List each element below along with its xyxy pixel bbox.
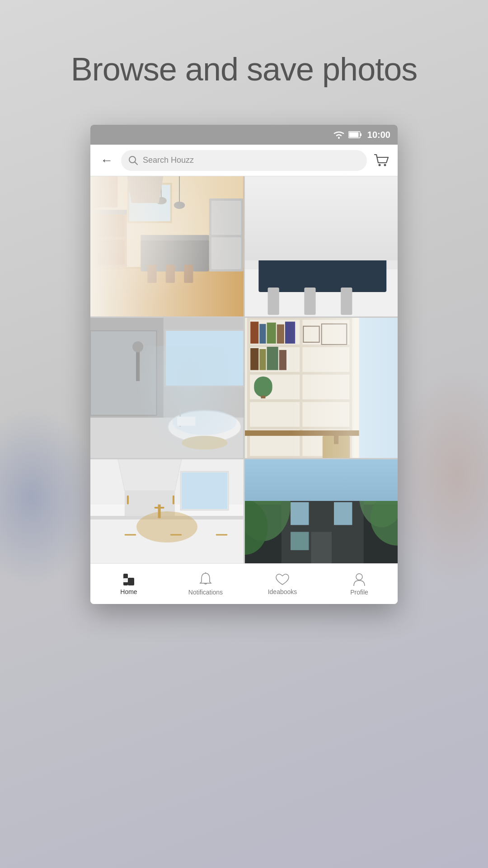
svg-rect-102 bbox=[90, 520, 244, 564]
svg-rect-76 bbox=[349, 318, 352, 458]
photo-bathroom[interactable] bbox=[90, 318, 244, 458]
search-placeholder: Search Houzz bbox=[143, 156, 194, 165]
svg-rect-3 bbox=[349, 132, 358, 137]
svg-rect-15 bbox=[90, 176, 118, 208]
back-button[interactable]: ← bbox=[98, 151, 116, 170]
svg-rect-9 bbox=[90, 267, 244, 269]
svg-rect-77 bbox=[250, 322, 258, 344]
svg-rect-62 bbox=[179, 409, 181, 427]
svg-rect-103 bbox=[125, 534, 136, 536]
svg-rect-33 bbox=[245, 176, 398, 212]
svg-point-7 bbox=[384, 164, 386, 166]
nav-item-notifications[interactable]: Notifications bbox=[167, 569, 244, 599]
status-time: 10:00 bbox=[367, 130, 390, 140]
svg-rect-75 bbox=[300, 318, 302, 458]
cart-icon bbox=[374, 154, 389, 167]
svg-marker-95 bbox=[118, 459, 182, 491]
svg-rect-82 bbox=[250, 348, 258, 370]
svg-rect-20 bbox=[211, 237, 241, 269]
svg-rect-58 bbox=[166, 331, 244, 386]
svg-rect-115 bbox=[311, 532, 331, 564]
svg-rect-78 bbox=[259, 324, 266, 344]
svg-rect-13 bbox=[93, 240, 125, 265]
svg-rect-99 bbox=[154, 507, 164, 509]
svg-rect-80 bbox=[277, 325, 284, 344]
svg-rect-79 bbox=[267, 323, 276, 344]
svg-rect-74 bbox=[247, 318, 250, 458]
home-icon bbox=[122, 573, 136, 586]
svg-rect-72 bbox=[247, 427, 352, 429]
svg-rect-11 bbox=[90, 212, 127, 267]
svg-rect-90 bbox=[245, 430, 359, 436]
svg-point-64 bbox=[182, 436, 227, 449]
svg-point-127 bbox=[356, 574, 362, 580]
svg-rect-18 bbox=[209, 198, 244, 272]
back-arrow-icon: ← bbox=[100, 153, 113, 168]
svg-rect-10 bbox=[90, 176, 244, 267]
svg-rect-96 bbox=[125, 491, 175, 519]
bottom-nav: Home Notifications Ideabooks bbox=[90, 563, 398, 604]
svg-line-5 bbox=[135, 162, 137, 165]
svg-rect-44 bbox=[304, 288, 315, 315]
svg-rect-32 bbox=[245, 176, 398, 249]
svg-rect-71 bbox=[247, 400, 352, 402]
photo-bookshelf[interactable] bbox=[245, 318, 398, 458]
battery-icon bbox=[348, 131, 362, 138]
svg-rect-66 bbox=[359, 318, 398, 458]
svg-rect-2 bbox=[360, 133, 361, 136]
background-blob-right bbox=[389, 362, 488, 588]
svg-rect-83 bbox=[259, 349, 266, 370]
svg-rect-16 bbox=[129, 185, 170, 222]
svg-point-29 bbox=[174, 202, 185, 209]
search-bar[interactable]: Search Houzz bbox=[121, 150, 367, 171]
photo-exterior[interactable] bbox=[245, 459, 398, 563]
search-icon bbox=[128, 156, 138, 165]
phone-frame: 10:00 ← Search Houzz bbox=[90, 125, 398, 604]
svg-point-61 bbox=[173, 410, 236, 435]
nav-label-notifications: Notifications bbox=[188, 589, 223, 596]
nav-item-profile[interactable]: Profile bbox=[321, 569, 398, 599]
svg-rect-98 bbox=[158, 505, 161, 518]
nav-item-ideabooks[interactable]: Ideabooks bbox=[244, 569, 321, 599]
svg-rect-73 bbox=[247, 456, 352, 458]
svg-rect-22 bbox=[141, 235, 209, 241]
wifi-icon bbox=[333, 130, 345, 139]
svg-rect-100 bbox=[127, 495, 129, 505]
page-title: Browse and save photos bbox=[44, 50, 444, 89]
svg-rect-89 bbox=[261, 396, 265, 399]
bell-icon bbox=[199, 572, 212, 587]
photo-kitchen1[interactable] bbox=[90, 176, 244, 316]
svg-marker-30 bbox=[127, 176, 164, 203]
svg-point-0 bbox=[338, 137, 340, 139]
svg-rect-14 bbox=[90, 210, 127, 215]
svg-rect-85 bbox=[279, 350, 286, 370]
svg-rect-50 bbox=[372, 212, 398, 258]
svg-rect-43 bbox=[267, 288, 279, 315]
cart-button[interactable] bbox=[372, 151, 390, 170]
svg-rect-87 bbox=[321, 324, 347, 344]
svg-rect-81 bbox=[285, 322, 295, 344]
photo-kitchen2[interactable] bbox=[245, 176, 398, 316]
svg-point-121 bbox=[323, 489, 326, 491]
photo-white-kitchen[interactable] bbox=[90, 459, 244, 563]
svg-rect-92 bbox=[334, 435, 338, 444]
svg-point-47 bbox=[291, 209, 308, 220]
svg-rect-21 bbox=[141, 240, 209, 272]
svg-rect-23 bbox=[147, 265, 156, 283]
svg-rect-17 bbox=[128, 184, 171, 222]
svg-rect-114 bbox=[291, 532, 309, 550]
nav-item-home[interactable]: Home bbox=[90, 569, 167, 599]
svg-rect-112 bbox=[291, 502, 309, 525]
nav-label-profile: Profile bbox=[350, 589, 368, 596]
svg-rect-69 bbox=[247, 344, 352, 347]
svg-rect-88 bbox=[254, 377, 272, 397]
svg-rect-124 bbox=[123, 578, 128, 582]
svg-rect-12 bbox=[93, 215, 125, 238]
svg-rect-106 bbox=[182, 473, 227, 509]
photo-grid bbox=[90, 176, 398, 563]
svg-rect-65 bbox=[245, 318, 398, 458]
svg-rect-39 bbox=[245, 228, 398, 233]
svg-rect-56 bbox=[136, 344, 140, 381]
svg-rect-104 bbox=[170, 534, 182, 536]
svg-rect-125 bbox=[128, 578, 134, 585]
